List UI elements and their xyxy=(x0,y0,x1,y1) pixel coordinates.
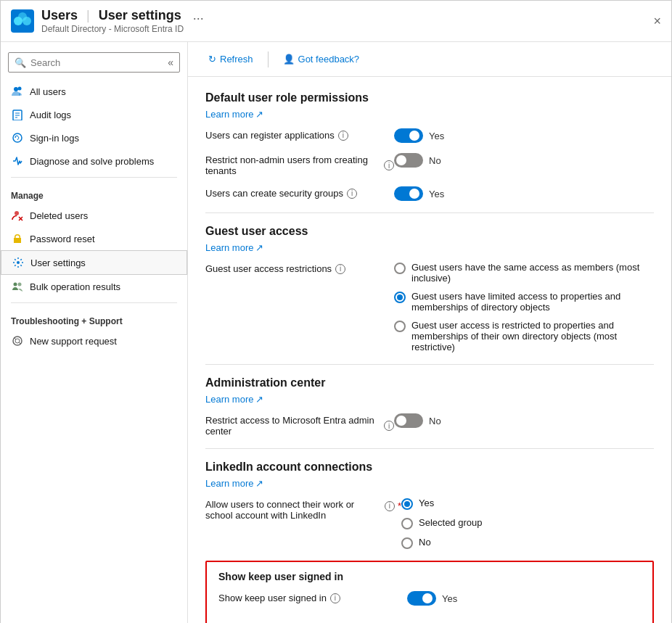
learn-more-admin-center[interactable]: Learn more ↗ xyxy=(205,394,263,405)
troubleshooting-section-label: Troubleshooting + Support xyxy=(1,308,187,329)
radio-linkedin-selected-group[interactable]: Selected group xyxy=(401,517,482,529)
sidebar-label-audit-logs: Audit logs xyxy=(30,110,71,120)
linkedin-connect-info-icon[interactable]: i xyxy=(385,501,395,511)
radio-linkedin-no[interactable]: No xyxy=(401,537,482,549)
register-apps-label: Users can register applications xyxy=(205,130,335,141)
search-box[interactable]: 🔍 « xyxy=(8,52,180,73)
users-icon xyxy=(11,85,24,98)
toolbar-divider xyxy=(268,51,269,67)
sidebar-item-user-settings[interactable]: User settings xyxy=(1,250,187,275)
deleted-icon xyxy=(11,209,24,222)
sidebar-item-diagnose[interactable]: Diagnose and solve problems xyxy=(1,149,187,173)
keep-signed-in-value: Yes xyxy=(442,593,457,604)
settings-icon xyxy=(12,256,25,269)
close-button[interactable]: × xyxy=(653,14,661,29)
sidebar-item-all-users[interactable]: All users xyxy=(1,80,187,103)
learn-more-guest-access[interactable]: Learn more ↗ xyxy=(205,242,263,253)
security-groups-value: Yes xyxy=(429,189,444,199)
register-apps-info-icon[interactable]: i xyxy=(338,131,348,141)
radio-guest-restricted-access[interactable]: Guest user access is restricted to prope… xyxy=(394,320,654,352)
restrict-nonadmin-value: No xyxy=(429,155,441,166)
section-title-guest-access: Guest user access xyxy=(205,225,654,238)
sidebar-item-password-reset[interactable]: Password reset xyxy=(1,227,187,250)
guest-restrictions-radio-group: Guest users have the same access as memb… xyxy=(394,262,654,352)
register-apps-toggle[interactable] xyxy=(394,128,423,143)
bulk-icon xyxy=(11,280,24,293)
section-admin-center: Administration center Learn more ↗ Restr… xyxy=(205,376,654,437)
search-input[interactable] xyxy=(30,57,168,68)
sidebar-label-bulk-operation: Bulk operation results xyxy=(30,281,120,292)
radio-circle-limited-access xyxy=(394,292,406,303)
radio-linkedin-yes[interactable]: Yes xyxy=(401,498,482,510)
page-subtitle: Default Directory - Microsoft Entra ID xyxy=(41,24,204,34)
manage-section-label: Manage xyxy=(1,182,187,204)
section-keep-signed-in: Show keep user signed in Show keep user … xyxy=(205,561,654,623)
section-guest-access: Guest user access Learn more ↗ Guest use… xyxy=(205,225,654,352)
restrict-nonadmin-toggle[interactable] xyxy=(394,153,423,168)
setting-register-apps: Users can register applications i Yes xyxy=(205,128,654,143)
learn-more-default-role[interactable]: Learn more ↗ xyxy=(205,109,263,120)
svg-point-16 xyxy=(18,283,22,286)
external-link-icon-4: ↗ xyxy=(255,478,263,489)
external-link-icon-2: ↗ xyxy=(255,242,263,253)
svg-point-3 xyxy=(18,12,27,21)
feedback-button[interactable]: 👤 Got feedback? xyxy=(277,51,366,67)
section-title-keep-signed-in: Show keep user signed in xyxy=(218,571,641,582)
security-groups-toggle[interactable] xyxy=(394,186,423,201)
refresh-button[interactable]: ↻ Refresh xyxy=(202,51,259,67)
radio-circle-linkedin-no xyxy=(401,537,413,549)
radio-guest-limited-access[interactable]: Guest users have limited access to prope… xyxy=(394,291,654,313)
section-linkedin: LinkedIn account connections Learn more … xyxy=(205,461,654,549)
restrict-nonadmin-info-icon[interactable]: i xyxy=(384,160,394,170)
linkedin-connect-label: Allow users to connect their work or sch… xyxy=(205,499,354,521)
external-link-icon: ↗ xyxy=(255,109,263,120)
section-title-default-role: Default user role permissions xyxy=(205,91,654,104)
refresh-icon: ↻ xyxy=(208,54,216,65)
sidebar-label-all-users: All users xyxy=(30,86,66,97)
external-link-icon-3: ↗ xyxy=(255,394,263,405)
sidebar-item-audit-logs[interactable]: Audit logs xyxy=(1,103,187,126)
setting-linkedin-connect: Allow users to connect their work or sch… xyxy=(205,498,654,549)
svg-point-5 xyxy=(18,87,22,91)
restrict-admin-center-label: Restrict access to Microsoft Entra admin… xyxy=(205,415,380,437)
more-options[interactable]: ... xyxy=(193,8,204,23)
radio-guest-same-access[interactable]: Guest users have the same access as memb… xyxy=(394,262,654,284)
keep-signed-in-info-icon[interactable]: i xyxy=(330,593,340,603)
section-title-admin-center: Administration center xyxy=(205,376,654,389)
svg-point-14 xyxy=(17,261,20,264)
radio-circle-restricted-access xyxy=(394,321,406,332)
sidebar-label-diagnose: Diagnose and solve problems xyxy=(30,156,154,167)
sidebar-label-password-reset: Password reset xyxy=(30,234,95,244)
security-groups-info-icon[interactable]: i xyxy=(347,189,357,199)
restrict-admin-center-toggle[interactable] xyxy=(394,413,423,428)
guest-restrictions-label: Guest user access restrictions xyxy=(205,263,332,274)
diag-icon xyxy=(11,154,24,168)
keep-signed-in-label: Show keep user signed in xyxy=(218,593,327,603)
toolbar: ↻ Refresh 👤 Got feedback? xyxy=(188,42,671,77)
linkedin-radio-group: Yes Selected group No xyxy=(401,498,482,549)
restrict-admin-center-value: No xyxy=(429,416,441,426)
sidebar-item-new-support[interactable]: New support request xyxy=(1,329,187,352)
svg-point-4 xyxy=(14,87,18,91)
svg-point-15 xyxy=(14,283,17,286)
restrict-admin-center-info-icon[interactable]: i xyxy=(384,421,394,431)
radio-circle-linkedin-group xyxy=(401,518,413,529)
sidebar-label-user-settings: User settings xyxy=(30,257,86,268)
guest-restrictions-info-icon[interactable]: i xyxy=(335,264,345,274)
setting-keep-signed-in: Show keep user signed in i Yes xyxy=(218,591,641,606)
app-window: Users | User settings ... Default Direct… xyxy=(0,0,672,623)
section-default-user-role: Default user role permissions Learn more… xyxy=(205,91,654,201)
sidebar-item-deleted-users[interactable]: Deleted users xyxy=(1,204,187,227)
keep-signed-in-toggle[interactable] xyxy=(407,591,436,606)
sidebar: 🔍 « All users Audit logs xyxy=(1,42,188,623)
password-icon xyxy=(11,232,24,245)
sidebar-item-signin-logs[interactable]: Sign-in logs xyxy=(1,126,187,149)
sidebar-item-bulk-operation[interactable]: Bulk operation results xyxy=(1,275,187,298)
collapse-button[interactable]: « xyxy=(168,57,173,68)
learn-more-linkedin[interactable]: Learn more ↗ xyxy=(205,478,263,489)
radio-circle-same-access xyxy=(394,263,406,274)
setting-restrict-admin-center: Restrict access to Microsoft Entra admin… xyxy=(205,413,654,437)
svg-point-11 xyxy=(15,211,19,215)
title-bar: Users | User settings ... Default Direct… xyxy=(1,1,671,42)
setting-security-groups: Users can create security groups i Yes xyxy=(205,186,654,201)
